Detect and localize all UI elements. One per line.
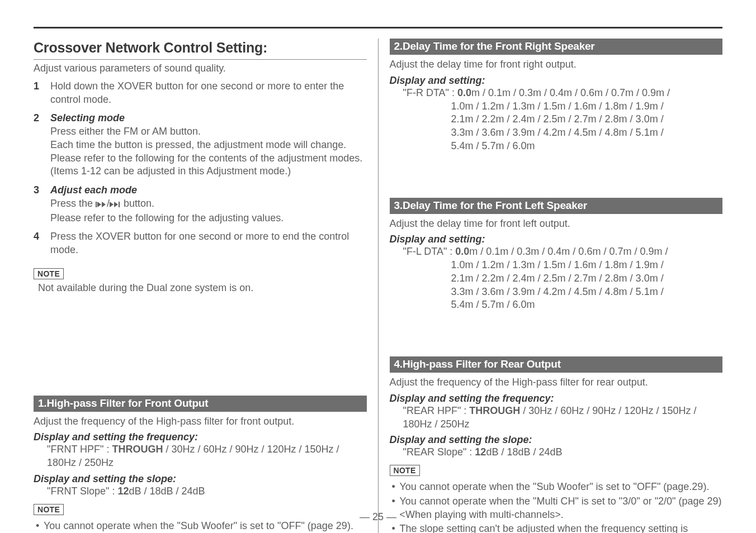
freq-values: "FRNT HPF" : THROUGH / 30Hz / 60Hz / 90H…	[34, 443, 367, 470]
value-line: 2.1m / 2.2m / 2.4m / 2.5m / 2.7m / 2.8m …	[403, 113, 664, 126]
step-4: 4 Press the XOVER button for one second …	[34, 230, 367, 257]
svg-marker-2	[102, 202, 106, 207]
step-number: 3	[34, 184, 39, 197]
svg-marker-3	[110, 202, 114, 207]
value-line: 1.0m / 1.2m / 1.3m / 1.5m / 1.6m / 1.8m …	[403, 100, 664, 113]
step-line: Each time the button is pressed, the adj…	[50, 139, 346, 150]
value-bold: 12	[475, 446, 486, 458]
page-number: — 25 —	[0, 511, 756, 523]
section-3: 3.Delay Time for the Front Left Speaker …	[390, 198, 723, 320]
note-label: NOTE	[390, 465, 420, 476]
step-line: Press either the FM or AM button.	[50, 126, 201, 137]
slope-values: "REAR Slope" : 12dB / 18dB / 24dB	[390, 446, 723, 459]
right-column: 2.Delay Time for the Front Right Speaker…	[390, 39, 723, 533]
value-key: "REAR HPF" :	[403, 405, 470, 416]
value-line: 5.4m / 5.7m / 6.0m	[403, 140, 535, 153]
left-column: Crossover Network Control Setting: Adjus…	[34, 39, 367, 533]
step-body: Press the XOVER button for one second or…	[50, 231, 349, 255]
slope-values: "FRNT Slope" : 12dB / 18dB / 24dB	[34, 485, 367, 498]
two-column-layout: Crossover Network Control Setting: Adjus…	[34, 39, 722, 533]
step-line-pre: Press the	[50, 198, 96, 209]
display-setting-heading: Display and setting the slope:	[34, 473, 367, 485]
column-divider	[378, 39, 379, 533]
page-container: Crossover Network Control Setting: Adjus…	[0, 0, 756, 533]
value-bold: THROUGH	[469, 405, 520, 416]
delay-values: "F-R DTA" : 0.0m / 0.1m / 0.3m / 0.4m / …	[390, 87, 723, 153]
value-key: "FRNT HPF" :	[47, 444, 112, 455]
section-bar: 3.Delay Time for the Front Left Speaker	[390, 198, 723, 214]
display-setting-heading: Display and setting:	[390, 75, 723, 87]
section-bar: 4.High-pass Filter for Rear Output	[390, 356, 723, 373]
value-line: 1.0m / 1.2m / 1.3m / 1.5m / 1.6m / 1.8m …	[403, 259, 664, 272]
section-intro: Adjust the delay time for front right ou…	[390, 58, 723, 72]
value-bold: 0.0	[457, 87, 471, 98]
step-line: Please refer to the following for the ad…	[50, 212, 284, 223]
display-setting-heading: Display and setting the frequency:	[390, 393, 723, 404]
step-line: Please refer to the following for the co…	[50, 153, 362, 177]
value-bold: 0.0	[455, 246, 469, 257]
value-bold: 12	[117, 486, 129, 497]
skip-back-icon	[96, 198, 107, 212]
value-line: 2.1m / 2.2m / 2.4m / 2.5m / 2.7m / 2.8m …	[403, 272, 664, 285]
note-bullets: You cannot operate when the "Sub Woofer"…	[390, 480, 723, 533]
value-line: 5.4m / 5.7m / 6.0m	[403, 298, 535, 312]
value-line: m / 0.1m / 0.3m / 0.4m / 0.6m / 0.7m / 0…	[469, 246, 668, 257]
step-2: 2 Selecting mode Press either the FM or …	[34, 112, 367, 178]
value-rest: dB / 18dB / 24dB	[486, 446, 562, 458]
step-title: Adjust each mode	[50, 184, 137, 196]
note-label: NOTE	[34, 268, 64, 279]
step-number: 2	[34, 112, 39, 125]
display-setting-heading: Display and setting the slope:	[390, 434, 723, 446]
value-key: "FRNT Slope" :	[47, 486, 117, 497]
value-line: 3.3m / 3.6m / 3.9m / 4.2m / 4.5m / 4.8m …	[403, 126, 664, 140]
intro-text: Adjust various parameters of sound quali…	[34, 62, 367, 75]
step-number: 1	[34, 80, 39, 93]
step-title: Selecting mode	[50, 112, 125, 123]
value-line: 3.3m / 3.6m / 3.9m / 4.2m / 4.5m / 4.8m …	[403, 285, 664, 299]
value-key: "F-R DTA" :	[403, 87, 457, 98]
svg-rect-5	[119, 202, 120, 207]
svg-marker-1	[97, 202, 101, 207]
value-key: "REAR Slope" :	[403, 446, 475, 458]
spacer	[390, 161, 723, 194]
bullet-item: You cannot operate when the "Sub Woofer"…	[390, 480, 723, 494]
section-intro: Adjust the delay time for front left out…	[390, 217, 723, 231]
freq-values: "REAR HPF" : THROUGH / 30Hz / 60Hz / 90H…	[390, 404, 723, 431]
section-intro: Adjust the frequency of the High-pass fi…	[34, 415, 367, 429]
value-key: "F-L DTA" :	[403, 246, 456, 257]
skip-forward-icon	[110, 198, 121, 212]
step-1: 1 Hold down the XOVER button for one sec…	[34, 80, 367, 107]
bullet-item: The slope setting can't be adjusted when…	[390, 522, 723, 533]
section-bar: 2.Delay Time for the Front Right Speaker	[390, 39, 723, 55]
steps-list: 1 Hold down the XOVER button for one sec…	[34, 80, 367, 257]
value-bold: THROUGH	[112, 444, 163, 455]
crossover-heading: Crossover Network Control Setting:	[34, 40, 367, 56]
value-line: m / 0.1m / 0.3m / 0.4m / 0.6m / 0.7m / 0…	[471, 87, 670, 98]
value-rest: dB / 18dB / 24dB	[129, 486, 205, 497]
svg-marker-4	[114, 202, 118, 207]
section-bar: 1.High-pass Filter for Front Output	[34, 396, 367, 412]
top-rule	[34, 27, 722, 28]
note-text: Not available during the Dual zone syste…	[38, 282, 367, 295]
step-body: Hold down the XOVER button for one secon…	[50, 80, 344, 105]
display-setting-heading: Display and setting the frequency:	[34, 431, 367, 443]
step-number: 4	[34, 230, 39, 244]
delay-values: "F-L DTA" : 0.0m / 0.1m / 0.3m / 0.4m / …	[390, 245, 723, 312]
step-line-post: button.	[121, 198, 154, 209]
step-3: 3 Adjust each mode Press the / button. P…	[34, 184, 367, 225]
section-2: 2.Delay Time for the Front Right Speaker…	[390, 39, 723, 161]
spacer	[390, 320, 723, 353]
svg-rect-0	[96, 202, 97, 207]
section-4: 4.High-pass Filter for Rear Output Adjus…	[390, 356, 723, 533]
spacer	[34, 295, 367, 392]
section-intro: Adjust the frequency of the High-pass fi…	[390, 376, 723, 389]
display-setting-heading: Display and setting:	[390, 234, 723, 245]
heading-underline	[34, 59, 367, 60]
